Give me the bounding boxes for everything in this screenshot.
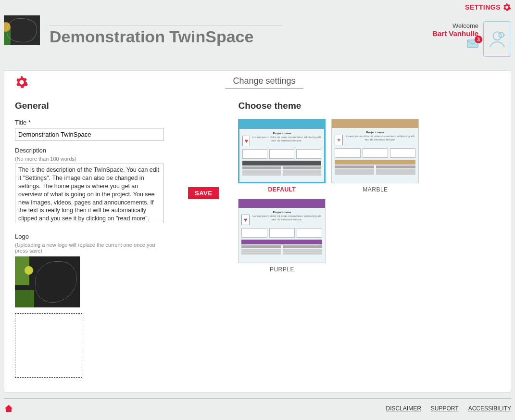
logo-label: Logo	[15, 233, 169, 240]
theme-name-label: MARBLE	[331, 186, 419, 193]
settings-panel: Change settings General Title * Descript…	[4, 70, 511, 393]
save-button[interactable]: SAVE	[188, 187, 219, 199]
footer-link-support[interactable]: SUPPORT	[431, 405, 459, 412]
footer-link-disclaimer[interactable]: DISCLAIMER	[386, 405, 421, 412]
home-icon[interactable]	[4, 404, 13, 413]
settings-label: SETTINGS	[465, 3, 501, 11]
mail-badge: 3	[475, 36, 482, 43]
theme-card-purple[interactable]: Project name♥Lorem ipsum dolor sit amet …	[238, 199, 326, 273]
general-heading: General	[15, 101, 169, 111]
welcome-text: Welcome	[432, 22, 478, 29]
page-title: Demonstration TwinSpace	[50, 25, 282, 46]
mail-button[interactable]: 3	[467, 39, 478, 50]
theme-name-label: DEFAULT	[238, 186, 326, 193]
title-input[interactable]	[15, 128, 164, 141]
logo-preview	[15, 256, 80, 307]
settings-link[interactable]: SETTINGS	[465, 3, 511, 12]
description-label: Description	[15, 147, 169, 154]
theme-thumbnail[interactable]: Project name♥Lorem ipsum dolor sit amet …	[238, 119, 326, 183]
panel-title: Change settings	[225, 76, 303, 89]
logo-hint: (Uploading a new logo will replace the c…	[15, 242, 169, 254]
gear-icon	[502, 3, 511, 12]
title-label: Title *	[15, 119, 169, 126]
choose-theme-heading: Choose theme	[238, 101, 500, 111]
theme-name-label: PURPLE	[238, 266, 326, 273]
footer-link-accessibility[interactable]: ACCESSIBILITY	[468, 405, 511, 412]
username: Bart Vanhulle	[432, 29, 478, 38]
theme-thumbnail[interactable]: Project name♥Lorem ipsum dolor sit amet …	[238, 199, 326, 263]
gear-icon	[15, 76, 28, 89]
project-logo-thumb	[4, 15, 40, 45]
avatar-icon	[487, 29, 507, 49]
description-textarea[interactable]	[15, 164, 164, 223]
theme-card-marble[interactable]: Project name♥Lorem ipsum dolor sit amet …	[331, 119, 419, 193]
theme-thumbnail[interactable]: Project name♥Lorem ipsum dolor sit amet …	[331, 119, 419, 183]
avatar-button[interactable]	[483, 21, 511, 57]
theme-card-default[interactable]: Project name♥Lorem ipsum dolor sit amet …	[238, 119, 326, 193]
description-hint: (No more than 100 words)	[15, 156, 169, 162]
logo-dropzone[interactable]	[15, 313, 82, 378]
